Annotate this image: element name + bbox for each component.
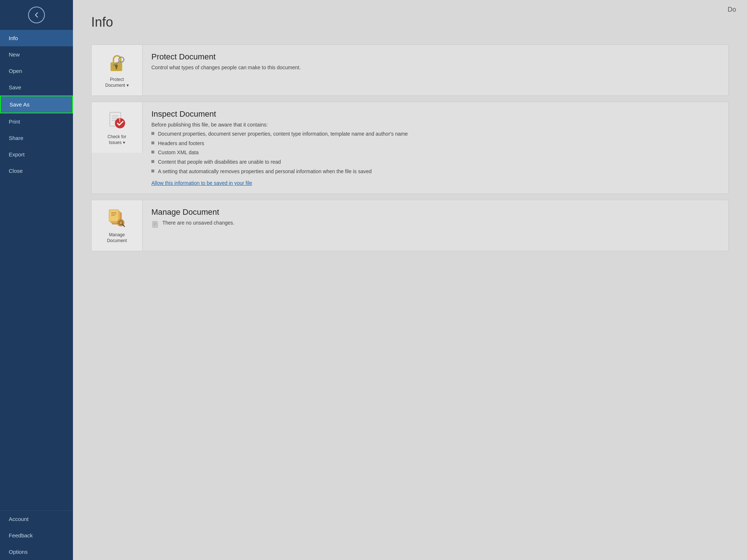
manage-document-icon	[106, 207, 128, 229]
manage-document-desc: There are no unsaved changes.	[162, 220, 235, 226]
inspect-document-content: Inspect Document Before publishing this …	[143, 102, 728, 194]
sidebar-item-share[interactable]: Share	[0, 130, 73, 146]
protect-document-title: Protect Document	[151, 52, 720, 62]
sidebar-item-export[interactable]: Export	[0, 146, 73, 163]
back-arrow-icon	[28, 7, 45, 23]
manage-document-icon-area[interactable]: Manage Document	[92, 200, 143, 251]
bullet-square-icon	[151, 170, 154, 172]
sidebar-item-open[interactable]: Open	[0, 63, 73, 79]
protect-document-content: Protect Document Control what types of c…	[143, 45, 728, 81]
inspect-bullet-list: Document properties, document server pro…	[151, 131, 720, 175]
bullet-square-icon	[151, 151, 154, 153]
inspect-document-desc: Before publishing this file, be aware th…	[151, 122, 720, 128]
manage-document-card: Manage Document Manage Document There ar…	[91, 200, 729, 251]
manage-document-content: Manage Document There are no unsaved cha…	[143, 200, 728, 236]
sidebar-item-info[interactable]: Info	[0, 30, 73, 46]
top-right-text: Do	[728, 6, 736, 13]
bullet-item-2: Headers and footers	[151, 140, 720, 147]
sidebar-item-feedback[interactable]: Feedback	[0, 527, 73, 544]
sidebar-item-save[interactable]: Save	[0, 79, 73, 96]
inspect-document-title: Inspect Document	[151, 109, 720, 119]
sidebar-item-save-as[interactable]: Save As	[0, 96, 73, 113]
sidebar-item-print[interactable]: Print	[0, 113, 73, 130]
bullet-square-icon	[151, 132, 154, 135]
bullet-item-4: Content that people with disabilities ar…	[151, 159, 720, 166]
svg-rect-2	[116, 67, 117, 69]
no-changes-icon	[151, 221, 159, 228]
bullet-square-icon	[151, 141, 154, 144]
protect-document-card: Protect Document ▾ Protect Document Cont…	[91, 44, 729, 96]
sidebar-item-options[interactable]: Options	[0, 544, 73, 560]
bullet-square-icon	[151, 160, 154, 163]
manage-document-icon-label: Manage Document	[107, 232, 127, 244]
protect-document-icon-label: Protect Document ▾	[105, 77, 128, 88]
manage-document-title: Manage Document	[151, 207, 720, 217]
protect-document-desc: Control what types of changes people can…	[151, 65, 720, 70]
sidebar-item-new[interactable]: New	[0, 46, 73, 63]
bullet-item-1: Document properties, document server pro…	[151, 131, 720, 138]
page-title: Info	[91, 15, 729, 30]
back-button[interactable]	[0, 0, 73, 30]
sidebar-item-close[interactable]: Close	[0, 163, 73, 179]
protect-document-icon-area[interactable]: Protect Document ▾	[92, 45, 143, 96]
svg-text:!: !	[119, 117, 121, 123]
inspect-document-icon-area[interactable]: ! Check for Issues ▾	[92, 102, 143, 153]
allow-info-link[interactable]: Allow this information to be saved in yo…	[151, 180, 252, 186]
sidebar: Info New Open Save Save As Print Share E…	[0, 0, 73, 560]
check-issues-icon-label: Check for Issues ▾	[108, 134, 126, 145]
main-content: Do Info Protect Document	[73, 0, 747, 560]
bullet-item-3: Custom XML data	[151, 149, 720, 156]
svg-line-21	[122, 224, 124, 226]
inspect-document-card: ! Check for Issues ▾ Inspect Document Be…	[91, 102, 729, 194]
sidebar-item-account[interactable]: Account	[0, 511, 73, 527]
lock-key-icon	[106, 52, 128, 74]
check-issues-icon: !	[106, 109, 128, 131]
sidebar-nav: Info New Open Save Save As Print Share E…	[0, 30, 73, 560]
bullet-item-5: A setting that automatically removes pro…	[151, 168, 720, 175]
sidebar-bottom: Account Feedback Options	[0, 510, 73, 560]
